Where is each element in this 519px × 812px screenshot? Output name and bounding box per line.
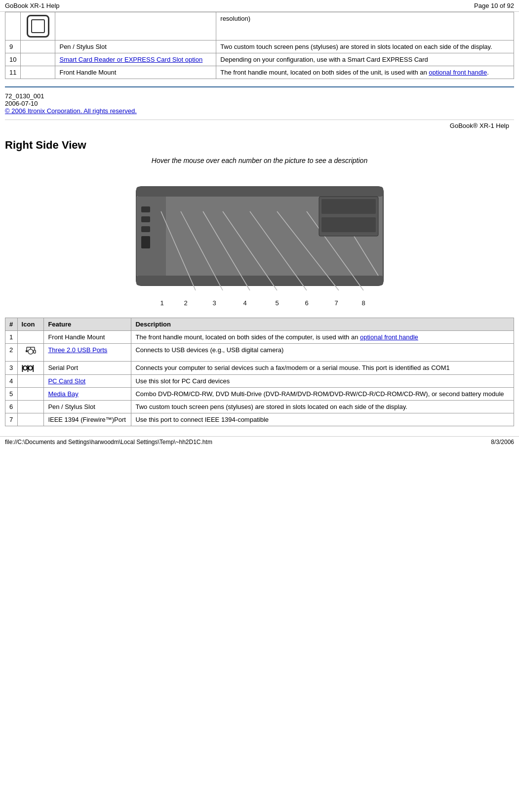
row-num: 10 [5, 53, 21, 66]
row-icon [21, 12, 55, 41]
svg-point-27 [28, 349, 33, 354]
svg-text:1: 1 [160, 299, 163, 307]
row-num: 4 [5, 375, 18, 388]
svg-text:4: 4 [243, 299, 246, 307]
row-num: 6 [5, 401, 18, 413]
row-description: Two custom touch screen pens (styluses) … [216, 41, 514, 53]
col-header-num: # [5, 318, 18, 331]
row-feature[interactable]: Smart Card Reader or EXPRESS Card Slot o… [55, 53, 216, 66]
row-num [5, 12, 21, 41]
svg-rect-17 [321, 199, 376, 214]
row-icon [17, 331, 44, 344]
right-side-view-section: Right Side View Hover the mouse over eac… [5, 139, 514, 426]
row-icon [17, 344, 44, 362]
svg-rect-6 [141, 226, 150, 232]
footer-line2: 2006-07-10 [5, 100, 514, 107]
table-row: 10 Smart Card Reader or EXPRESS Card Slo… [5, 53, 514, 66]
smart-card-link[interactable]: Smart Card Reader or EXPRESS Card Slot o… [59, 56, 202, 63]
row-icon [17, 375, 44, 388]
row-description: resolution) [216, 12, 514, 41]
row-description: The front handle mount, located on both … [131, 331, 514, 344]
row-description: Connects your computer to serial devices… [131, 362, 514, 375]
col-header-description: Description [131, 318, 514, 331]
table-row: 2 Three 2.0 USB Ports [5, 344, 514, 362]
row-feature: Front Handle Mount [44, 331, 131, 344]
svg-rect-1 [136, 187, 383, 197]
bottom-bar: file://C:\Documents and Settings\harwood… [0, 436, 519, 447]
optional-front-handle-link-top[interactable]: optional front handle [429, 69, 487, 76]
hover-instruction: Hover the mouse over each number on the … [5, 157, 514, 164]
row-feature: Pen / Stylus Slot [44, 401, 131, 413]
row-icon [21, 66, 55, 79]
footer-line3[interactable]: © 2006 Itronix Corporation. All rights r… [5, 107, 514, 115]
row-description: Combo DVD-ROM/CD-RW, DVD Multi-Drive (DV… [131, 388, 514, 401]
features-table: # Icon Feature Description 1 Front Handl… [5, 318, 514, 426]
svg-rect-7 [141, 236, 150, 248]
row-icon [21, 53, 55, 66]
svg-rect-18 [321, 217, 376, 232]
row-description: Depending on your configuration, use wit… [216, 53, 514, 66]
svg-text:3: 3 [212, 299, 216, 307]
svg-text:7: 7 [334, 299, 338, 307]
row-num: 2 [5, 344, 18, 362]
row-feature[interactable]: Three 2.0 USB Ports [44, 344, 131, 362]
row-icon [17, 401, 44, 413]
optional-front-handle-link[interactable]: optional front handle [360, 333, 418, 341]
svg-rect-3 [136, 197, 166, 276]
file-path: file://C:\Documents and Settings\harwood… [5, 439, 212, 446]
table-row: resolution) [5, 12, 514, 41]
row-feature: IEEE 1394 (Firewire™)Port [44, 413, 131, 426]
features-table-header: # Icon Feature Description [5, 318, 514, 331]
table-row: 9 Pen / Stylus Slot Two custom touch scr… [5, 41, 514, 53]
row-num: 1 [5, 331, 18, 344]
page-info: Page 10 of 92 [474, 2, 514, 9]
svg-rect-33 [34, 350, 36, 353]
top-bar: GoBook XR-1 Help Page 10 of 92 [0, 0, 519, 12]
svg-text:5: 5 [275, 299, 279, 307]
svg-rect-4 [141, 206, 150, 212]
device-image-container: 1 2 3 4 5 6 7 8 [5, 172, 514, 310]
row-feature [55, 12, 216, 41]
row-description: Use this slot for PC Card devices [131, 375, 514, 388]
row-description: Two custom touch screen pens (styluses) … [131, 401, 514, 413]
media-bay-link[interactable]: Media Bay [48, 390, 78, 398]
three-usb-link[interactable]: Three 2.0 USB Ports [48, 346, 107, 354]
footer-info: 72_0130_001 2006-07-10 © 2006 Itronix Co… [5, 92, 514, 115]
main-content: resolution) 9 Pen / Stylus Slot Two cust… [0, 12, 519, 426]
row-num: 11 [5, 66, 21, 79]
svg-text:6: 6 [305, 299, 308, 307]
itronix-copyright-link[interactable]: © 2006 Itronix Corporation. All rights r… [5, 107, 137, 115]
bottom-date: 8/3/2006 [491, 439, 514, 446]
row-feature: Front Handle Mount [55, 66, 216, 79]
row-num: 7 [5, 413, 18, 426]
top-parts-table: resolution) 9 Pen / Stylus Slot Two cust… [5, 12, 514, 79]
row-icon [17, 388, 44, 401]
col-header-icon: Icon [17, 318, 44, 331]
row-icon [21, 41, 55, 53]
col-header-feature: Feature [44, 318, 131, 331]
row-num: 9 [5, 41, 21, 53]
footer-line1: 72_0130_001 [5, 92, 514, 100]
table-row: 5 Media Bay Combo DVD-ROM/CD-RW, DVD Mul… [5, 388, 514, 401]
usb-icon [22, 346, 40, 357]
row-feature: Pen / Stylus Slot [55, 41, 216, 53]
section-divider [5, 86, 514, 87]
row-description: Connects to USB devices (e.g., USB digit… [131, 344, 514, 362]
table-row: 1 Front Handle Mount The front handle mo… [5, 331, 514, 344]
svg-rect-5 [141, 216, 150, 222]
row-num: 5 [5, 388, 18, 401]
pc-card-slot-link[interactable]: PC Card Slot [48, 377, 85, 385]
row-feature[interactable]: Media Bay [44, 388, 131, 401]
table-row: 7 IEEE 1394 (Firewire™)Port Use this por… [5, 413, 514, 426]
row-icon [17, 413, 44, 426]
row-description: The front handle mount, located on both … [216, 66, 514, 79]
row-feature[interactable]: PC Card Slot [44, 375, 131, 388]
svg-text:8: 8 [361, 299, 365, 307]
svg-text:2: 2 [184, 299, 187, 307]
row-feature: Serial Port [44, 362, 131, 375]
section-title: Right Side View [5, 139, 514, 152]
svg-rect-32 [26, 350, 28, 352]
gobook-footer: GoBook® XR-1 Help [5, 120, 514, 131]
table-row: 11 Front Handle Mount The front handle m… [5, 66, 514, 79]
gobook-footer-label: GoBook® XR-1 Help [450, 122, 509, 129]
